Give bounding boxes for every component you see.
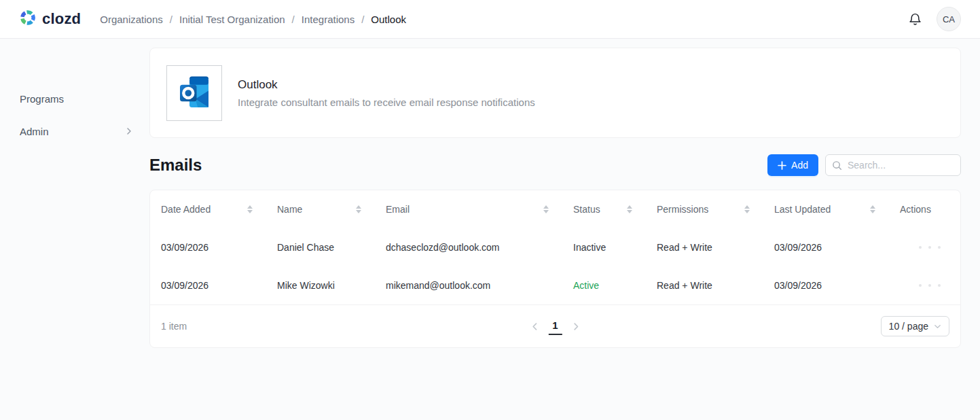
page-title-emails: Emails — [149, 156, 202, 175]
breadcrumb: Organizations / Initial Test Organizatio… — [100, 14, 406, 25]
page-size-select[interactable]: 10 / page — [881, 316, 949, 336]
next-page-icon[interactable] — [572, 322, 581, 331]
add-button-label: Add — [791, 160, 808, 171]
integration-card: Outlook Integrate consultant emails to r… — [149, 48, 961, 138]
sort-icon — [356, 205, 361, 213]
cell-name: Mike Wizowki — [277, 280, 386, 291]
column-header-permissions[interactable]: Permissions — [657, 190, 774, 228]
breadcrumb-current-outlook: Outlook — [371, 14, 406, 25]
breadcrumb-separator: / — [361, 14, 364, 25]
cell-date-added: 03/09/2026 — [161, 280, 277, 291]
cell-email: mikemand@outlook.com — [386, 280, 573, 291]
clozd-wordmark: clozd — [42, 10, 81, 28]
column-header-status[interactable]: Status — [573, 190, 657, 228]
column-header-email[interactable]: Email — [386, 190, 573, 228]
pagination: 1 — [530, 318, 580, 335]
clozd-logo[interactable]: clozd — [19, 9, 81, 29]
breadcrumb-separator: / — [170, 14, 173, 25]
sort-icon — [543, 205, 549, 213]
outlook-logo — [166, 65, 222, 121]
avatar-initials: CA — [943, 14, 955, 24]
sort-icon — [744, 205, 750, 213]
sort-icon — [870, 205, 875, 213]
cell-name: Daniel Chase — [277, 242, 386, 253]
breadcrumb-organizations[interactable]: Organizations — [100, 14, 163, 25]
search-box — [825, 154, 961, 176]
search-input[interactable] — [826, 155, 960, 175]
cell-date-added: 03/09/2026 — [161, 242, 277, 253]
notifications-bell-icon[interactable] — [905, 10, 924, 29]
sidebar-item-admin[interactable]: Admin — [0, 115, 149, 147]
cell-email: dchaseclozd@outlook.com — [386, 242, 573, 253]
page-size-label: 10 / page — [889, 321, 928, 332]
table-footer: 1 item 1 10 / page — [150, 304, 960, 347]
integration-title: Outlook — [238, 78, 535, 92]
table-header-row: Date Added Name Email Status Permissions — [150, 190, 960, 228]
table-row: 03/09/2026 Mike Wizowki mikemand@outlook… — [150, 266, 960, 304]
clozd-logo-icon — [19, 9, 37, 29]
main-content: Outlook Integrate consultant emails to r… — [149, 39, 980, 420]
sidebar-item-label: Admin — [20, 126, 49, 137]
column-header-date-added[interactable]: Date Added — [161, 190, 277, 228]
sidebar: Programs Admin — [0, 39, 149, 420]
column-header-actions: Actions — [900, 190, 949, 228]
breadcrumb-integrations[interactable]: Integrations — [302, 14, 355, 25]
row-actions-ellipsis-icon[interactable] — [900, 246, 949, 249]
prev-page-icon[interactable] — [530, 322, 539, 331]
cell-last-updated: 03/09/2026 — [774, 242, 900, 253]
chevron-right-icon — [125, 126, 133, 137]
page-number-current[interactable]: 1 — [548, 318, 562, 335]
plus-icon — [778, 161, 786, 170]
user-avatar[interactable]: CA — [937, 7, 961, 31]
column-header-last-updated[interactable]: Last Updated — [774, 190, 900, 228]
sidebar-item-programs[interactable]: Programs — [0, 82, 149, 115]
emails-table: Date Added Name Email Status Permissions — [149, 190, 961, 348]
row-actions-ellipsis-icon[interactable] — [900, 284, 949, 287]
top-header: clozd Organizations / Initial Test Organ… — [0, 0, 980, 39]
sort-icon — [247, 205, 253, 213]
status-badge: Active — [573, 280, 657, 291]
cell-permissions: Read + Write — [657, 242, 774, 253]
cell-permissions: Read + Write — [657, 280, 774, 291]
sidebar-item-label: Programs — [20, 93, 64, 105]
column-header-name[interactable]: Name — [277, 190, 386, 228]
add-email-button[interactable]: Add — [767, 154, 818, 176]
search-icon — [832, 160, 842, 171]
status-badge: Inactive — [573, 242, 657, 253]
sort-icon — [627, 205, 632, 213]
items-count: 1 item — [161, 321, 187, 332]
integration-description: Integrate consultant emails to receive e… — [238, 97, 535, 108]
cell-last-updated: 03/09/2026 — [774, 280, 900, 291]
breadcrumb-organization-name[interactable]: Initial Test Organization — [179, 14, 285, 25]
table-row: 03/09/2026 Daniel Chase dchaseclozd@outl… — [150, 228, 960, 266]
breadcrumb-separator: / — [292, 14, 295, 25]
chevron-down-icon — [934, 323, 941, 330]
